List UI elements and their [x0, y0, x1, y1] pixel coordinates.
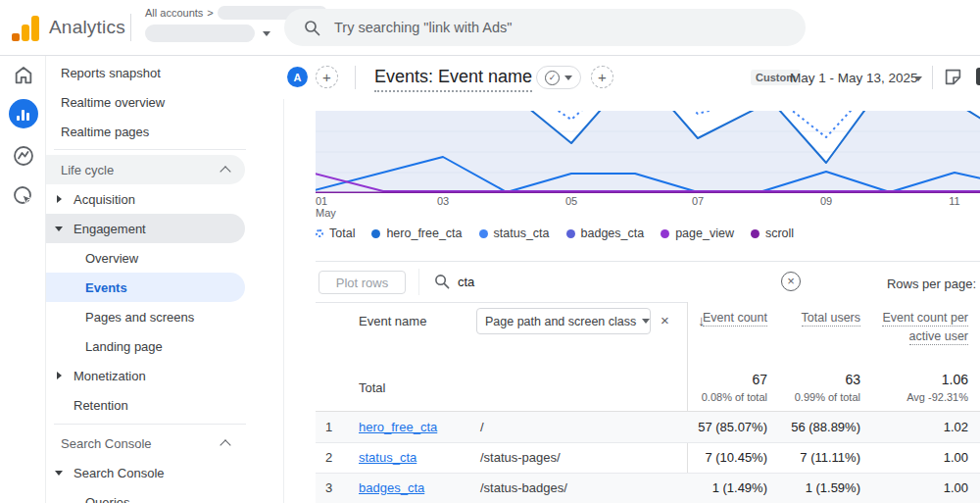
collapse-chevron-icon	[220, 439, 230, 450]
analytics-logo-icon	[12, 16, 41, 41]
main-content: A + Events: Event name ✓ + Custom May 1 …	[283, 56, 980, 503]
expand-right-icon	[57, 195, 62, 203]
remove-dimension-icon[interactable]: ×	[661, 312, 669, 328]
per-user-value: 1.02	[944, 420, 968, 434]
sidebar-section-search-console[interactable]: Search Console	[46, 428, 245, 458]
home-nav-button[interactable]	[0, 65, 46, 86]
column-header-event-name[interactable]: Event name	[359, 314, 426, 328]
add-report-tab-button[interactable]: +	[316, 66, 338, 88]
total-label: Total	[359, 380, 385, 395]
property-selector[interactable]	[145, 25, 270, 42]
legend-item-scroll[interactable]: scroll	[751, 226, 794, 240]
reports-nav-button[interactable]	[0, 99, 46, 128]
sidebar-item-pages-and-screens[interactable]: Pages and screens	[46, 302, 245, 331]
global-search-bar[interactable]: Try searching "link with Ads"	[284, 9, 806, 46]
legend-dot-icon	[316, 229, 323, 237]
sidebar-item-realtime-pages[interactable]: Realtime pages	[46, 117, 245, 146]
app-bar: Analytics All accounts > Try searching "…	[0, 0, 980, 56]
column-header-event-count[interactable]: Event count	[699, 309, 767, 327]
report-title[interactable]: Events: Event name	[374, 67, 532, 92]
event-name-link[interactable]: badges_cta	[359, 480, 424, 495]
report-saved-indicator[interactable]: ✓	[536, 66, 581, 89]
sidebar-item-retention[interactable]: Retention	[46, 390, 245, 420]
legend-dot-icon	[371, 229, 380, 238]
page-path: /status-pages/	[480, 450, 561, 465]
explore-icon	[12, 144, 35, 168]
total-per-user: 1.06	[942, 372, 968, 387]
event-count-value: 1 (1.49%)	[712, 480, 767, 495]
legend-dot-icon	[751, 229, 760, 238]
report-tab-avatar[interactable]: A	[287, 67, 308, 87]
table-row: 2 status_cta /status-pages/ 7 (10.45%) 7…	[316, 442, 980, 473]
table-search-icon	[434, 274, 450, 289]
sidebar-item-acquisition[interactable]: Acquisition	[46, 184, 245, 214]
sidebar-item-landing-page[interactable]: Landing page	[46, 331, 245, 361]
total-users-share: 0.99% of total	[795, 391, 860, 403]
total-event-count-share: 0.08% of total	[702, 391, 767, 403]
appbar-divider	[130, 14, 131, 41]
sidebar-item-search-console[interactable]: Search Console	[46, 458, 245, 487]
sidebar-item-queries[interactable]: Queries	[46, 487, 245, 503]
x-tick-month: May	[316, 207, 345, 219]
property-name-redacted	[145, 25, 255, 42]
toolbar-divider	[418, 269, 419, 295]
row-index: 3	[325, 480, 332, 495]
total-per-user-avg: Avg -92.31%	[906, 391, 968, 403]
x-tick: 03	[428, 195, 458, 207]
sidebar-item-reports-snapshot[interactable]: Reports snapshot	[46, 58, 245, 87]
all-accounts-label: All accounts	[145, 7, 203, 19]
check-circle-icon: ✓	[545, 71, 560, 85]
add-card-button[interactable]: +	[591, 66, 613, 88]
legend-item-hero_free_cta[interactable]: hero_free_cta	[371, 226, 462, 240]
clear-search-icon[interactable]: ×	[781, 272, 801, 291]
header-divider	[932, 66, 933, 89]
date-range-selector[interactable]: May 1 - May 13, 2025	[790, 71, 918, 85]
legend-item-Total[interactable]: Total	[316, 226, 355, 240]
select-caret-icon	[642, 319, 650, 324]
header-divider	[355, 66, 356, 89]
per-user-value: 1.00	[944, 450, 968, 465]
plot-rows-button[interactable]: Plot rows	[318, 271, 406, 294]
legend-item-status_cta[interactable]: status_cta	[479, 226, 550, 240]
legend-item-badges_cta[interactable]: badges_cta	[566, 226, 645, 240]
event-name-link[interactable]: status_cta	[359, 450, 416, 465]
sidebar-section-life-cycle[interactable]: Life cycle	[46, 155, 245, 184]
sidebar-item-engagement[interactable]: Engagement	[46, 214, 245, 243]
x-tick: 07	[683, 195, 712, 207]
explore-nav-button[interactable]	[0, 144, 46, 168]
search-placeholder: Try searching "link with Ads"	[334, 20, 512, 35]
column-header-total-users[interactable]: Total users	[800, 309, 860, 327]
notes-button[interactable]	[944, 68, 962, 90]
sidebar-divider	[54, 149, 246, 150]
content-divider	[283, 99, 284, 503]
sidebar-item-events-active[interactable]: Events	[46, 273, 245, 302]
x-tick: 01	[316, 195, 345, 207]
advertising-icon	[12, 184, 35, 208]
event-name-link[interactable]: hero_free_cta	[359, 420, 437, 434]
per-user-value: 1.00	[944, 480, 968, 495]
table-toolbar: Plot rows × Rows per page:	[316, 262, 980, 302]
total-users-value: 7 (11.11%)	[800, 450, 860, 465]
rows-per-page-label[interactable]: Rows per page:	[887, 277, 976, 291]
sidebar-item-realtime-overview[interactable]: Realtime overview	[46, 87, 245, 117]
sidebar-item-monetization[interactable]: Monetization	[46, 361, 245, 390]
advertising-nav-button[interactable]	[0, 184, 46, 208]
cropped-toolbar-icon[interactable]	[976, 68, 980, 85]
table-search-input[interactable]	[458, 275, 752, 289]
legend-item-page_view[interactable]: page_view	[661, 226, 734, 240]
events-line-chart	[316, 111, 980, 193]
collapse-chevron-icon	[220, 166, 230, 176]
date-caret-icon	[914, 76, 922, 81]
legend-dot-icon	[566, 229, 575, 238]
expand-down-icon	[55, 226, 63, 231]
column-header-event-count-per-active-user[interactable]: Event count per active user	[878, 309, 968, 346]
product-name: Analytics	[49, 17, 125, 38]
sidebar-divider	[54, 424, 246, 425]
search-icon	[304, 20, 320, 36]
expand-right-icon	[57, 372, 62, 379]
table-header: Event name Page path and screen class × …	[316, 302, 980, 365]
secondary-dimension-select[interactable]: Page path and screen class	[476, 308, 651, 334]
property-caret-icon	[263, 31, 270, 36]
legend-dot-icon	[661, 229, 669, 238]
sidebar-item-overview[interactable]: Overview	[46, 243, 245, 273]
